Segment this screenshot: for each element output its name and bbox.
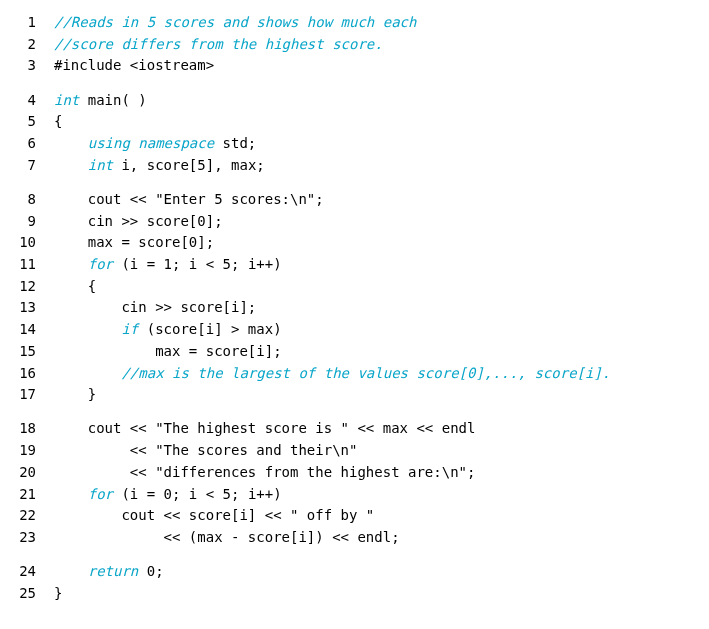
line-number: 23 xyxy=(8,527,54,549)
code-line: 24 return 0; xyxy=(8,561,701,583)
keyword: int xyxy=(88,157,113,173)
code-text: #include <iostream> xyxy=(54,57,214,73)
code-content: cin >> score[i]; xyxy=(54,297,256,319)
code-content: cin >> score[0]; xyxy=(54,211,223,233)
code-listing: 1//Reads in 5 scores and shows how much … xyxy=(8,12,701,605)
line-number: 3 xyxy=(8,55,54,77)
code-text: (i = 0; i < 5; i++) xyxy=(113,486,282,502)
line-number: 10 xyxy=(8,232,54,254)
line-number: 5 xyxy=(8,111,54,133)
code-line: 9 cin >> score[0]; xyxy=(8,211,701,233)
line-number: 18 xyxy=(8,418,54,440)
code-text: { xyxy=(54,113,62,129)
code-content: << "The scores and their\n" xyxy=(54,440,357,462)
line-number: 17 xyxy=(8,384,54,406)
line-number: 1 xyxy=(8,12,54,34)
line-number: 20 xyxy=(8,462,54,484)
line-number: 19 xyxy=(8,440,54,462)
code-line: 13 cin >> score[i]; xyxy=(8,297,701,319)
code-text: << "The scores and their\n" xyxy=(54,442,357,458)
code-text: << "differences from the highest are:\n"… xyxy=(54,464,475,480)
code-line: 21 for (i = 0; i < 5; i++) xyxy=(8,484,701,506)
code-text: i, score[5], max; xyxy=(113,157,265,173)
code-line: 22 cout << score[i] << " off by " xyxy=(8,505,701,527)
code-text xyxy=(54,563,88,579)
code-text xyxy=(54,256,88,272)
code-text: (i = 1; i < 5; i++) xyxy=(113,256,282,272)
code-content: int main( ) xyxy=(54,90,147,112)
keyword: using namespace xyxy=(88,135,214,151)
code-content: cout << "The highest score is " << max <… xyxy=(54,418,475,440)
code-content: //Reads in 5 scores and shows how much e… xyxy=(54,12,416,34)
keyword: int xyxy=(54,92,79,108)
line-number: 22 xyxy=(8,505,54,527)
code-text: (score[i] > max) xyxy=(138,321,281,337)
keyword: for xyxy=(88,486,113,502)
code-content: } xyxy=(54,384,96,406)
code-content: return 0; xyxy=(54,561,164,583)
line-number: 11 xyxy=(8,254,54,276)
code-text xyxy=(54,365,121,381)
code-content: //score differs from the highest score. xyxy=(54,34,383,56)
line-number: 13 xyxy=(8,297,54,319)
code-line: 16 //max is the largest of the values sc… xyxy=(8,363,701,385)
line-number: 6 xyxy=(8,133,54,155)
code-line: 23 << (max - score[i]) << endl; xyxy=(8,527,701,549)
code-line: 6 using namespace std; xyxy=(8,133,701,155)
code-text xyxy=(54,321,121,337)
code-text: max = score[0]; xyxy=(54,234,214,250)
code-content: { xyxy=(54,276,96,298)
code-content: //max is the largest of the values score… xyxy=(54,363,610,385)
code-content: << "differences from the highest are:\n"… xyxy=(54,462,475,484)
code-content: max = score[0]; xyxy=(54,232,214,254)
code-content: using namespace std; xyxy=(54,133,256,155)
code-line: 1//Reads in 5 scores and shows how much … xyxy=(8,12,701,34)
code-content: cout << "Enter 5 scores:\n"; xyxy=(54,189,324,211)
line-number: 25 xyxy=(8,583,54,605)
code-line: 2//score differs from the highest score. xyxy=(8,34,701,56)
code-text: cout << "Enter 5 scores:\n"; xyxy=(54,191,324,207)
line-number: 2 xyxy=(8,34,54,56)
line-number: 21 xyxy=(8,484,54,506)
line-number: 9 xyxy=(8,211,54,233)
code-line: 8 cout << "Enter 5 scores:\n"; xyxy=(8,189,701,211)
code-line: 5{ xyxy=(8,111,701,133)
code-line: 15 max = score[i]; xyxy=(8,341,701,363)
code-content: } xyxy=(54,583,62,605)
code-content: for (i = 1; i < 5; i++) xyxy=(54,254,282,276)
code-content: max = score[i]; xyxy=(54,341,282,363)
code-content: #include <iostream> xyxy=(54,55,214,77)
code-text: main( ) xyxy=(79,92,146,108)
code-line: 18 cout << "The highest score is " << ma… xyxy=(8,418,701,440)
keyword: for xyxy=(88,256,113,272)
code-content: if (score[i] > max) xyxy=(54,319,282,341)
code-line: 12 { xyxy=(8,276,701,298)
code-text: cin >> score[i]; xyxy=(54,299,256,315)
code-text: cout << "The highest score is " << max <… xyxy=(54,420,475,436)
comment: //score differs from the highest score. xyxy=(54,36,383,52)
code-text: << (max - score[i]) << endl; xyxy=(54,529,400,545)
line-number: 8 xyxy=(8,189,54,211)
code-content: for (i = 0; i < 5; i++) xyxy=(54,484,282,506)
code-line: 11 for (i = 1; i < 5; i++) xyxy=(8,254,701,276)
code-line: 10 max = score[0]; xyxy=(8,232,701,254)
code-line: 25} xyxy=(8,583,701,605)
code-content: int i, score[5], max; xyxy=(54,155,265,177)
code-line: 19 << "The scores and their\n" xyxy=(8,440,701,462)
line-number: 14 xyxy=(8,319,54,341)
comment: //max is the largest of the values score… xyxy=(121,365,610,381)
code-line: 17 } xyxy=(8,384,701,406)
code-text: } xyxy=(54,585,62,601)
keyword: return xyxy=(88,563,139,579)
code-text: } xyxy=(54,386,96,402)
code-line: 14 if (score[i] > max) xyxy=(8,319,701,341)
code-text xyxy=(54,157,88,173)
code-content: << (max - score[i]) << endl; xyxy=(54,527,400,549)
code-line: 7 int i, score[5], max; xyxy=(8,155,701,177)
code-line: 20 << "differences from the highest are:… xyxy=(8,462,701,484)
line-number: 24 xyxy=(8,561,54,583)
code-text: std; xyxy=(214,135,256,151)
line-number: 7 xyxy=(8,155,54,177)
line-number: 12 xyxy=(8,276,54,298)
code-text: { xyxy=(54,278,96,294)
